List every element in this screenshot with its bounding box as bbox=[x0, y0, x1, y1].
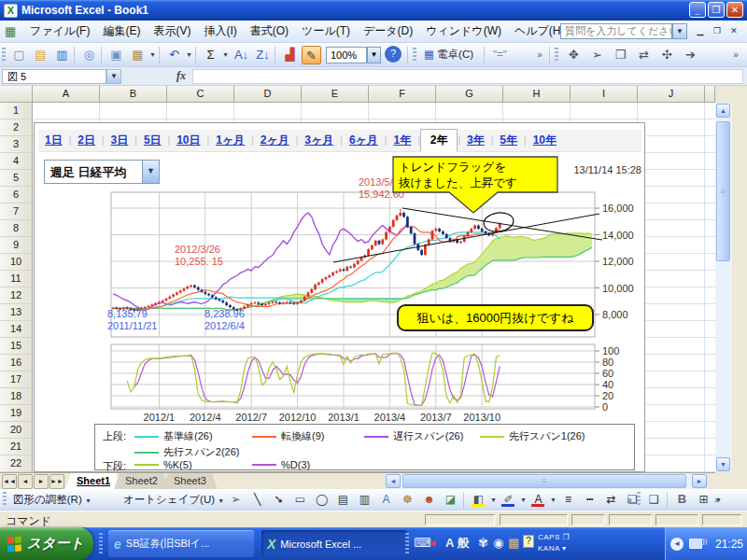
cycle-diagram-icon[interactable]: ⇄ bbox=[634, 46, 654, 64]
wordart-icon[interactable]: A bbox=[376, 491, 396, 509]
vertical-scrollbar[interactable]: ▲ ≡ ▼ bbox=[715, 103, 732, 472]
period-tab-3ヶ月[interactable]: 3ヶ月 bbox=[298, 131, 340, 150]
start-button[interactable]: スタート bbox=[0, 527, 93, 560]
chart-wizard-button[interactable]: ▟ bbox=[280, 46, 300, 64]
scroll-down-icon[interactable]: ▼ bbox=[716, 457, 730, 471]
toolbar-grip[interactable] bbox=[555, 48, 558, 63]
open-button[interactable]: ▤ bbox=[31, 46, 50, 64]
row-header-1[interactable]: 1 bbox=[0, 103, 33, 119]
restore-button[interactable]: ❐ bbox=[708, 2, 725, 18]
prev-sheet-button[interactable]: ◄ bbox=[18, 474, 33, 489]
vertical-text-box-icon[interactable]: ▥ bbox=[355, 491, 374, 509]
dash-style-icon[interactable]: ┅ bbox=[580, 491, 599, 509]
symbol-dropdown[interactable]: 週足 日経平均 ▼ bbox=[44, 160, 160, 184]
paste-button[interactable]: ▦ bbox=[128, 46, 148, 64]
menu-ツール(T)[interactable]: ツール(T) bbox=[295, 21, 357, 42]
question-dropdown-icon[interactable]: ▼ bbox=[672, 23, 687, 39]
row-header-6[interactable]: 6 bbox=[0, 187, 33, 203]
row-header-2[interactable]: 2 bbox=[0, 119, 33, 136]
callout-shape-icon[interactable]: ➔ bbox=[681, 46, 700, 64]
save-button[interactable]: ▥ bbox=[52, 46, 72, 64]
clipart-icon[interactable]: ☻ bbox=[419, 491, 439, 509]
period-tab-2年[interactable]: 2年 bbox=[420, 129, 458, 152]
column-header-E[interactable]: E bbox=[302, 86, 369, 103]
period-tab-5年[interactable]: 5年 bbox=[493, 131, 524, 150]
ime-mode-indicator[interactable]: A 般 bbox=[445, 535, 470, 552]
fill-color-icon-dropdown-icon[interactable]: ▼ bbox=[490, 497, 497, 503]
row-header-3[interactable]: 3 bbox=[0, 136, 33, 153]
column-header-C[interactable]: C bbox=[167, 86, 234, 103]
period-tab-3年[interactable]: 3年 bbox=[460, 131, 491, 150]
period-tab-1日[interactable]: 1日 bbox=[38, 131, 69, 150]
connector-icon[interactable]: ➢ bbox=[587, 46, 607, 64]
language-bar-grip[interactable] bbox=[405, 533, 409, 554]
toolbar-grip[interactable] bbox=[413, 48, 416, 63]
period-tab-2ヶ月[interactable]: 2ヶ月 bbox=[254, 131, 296, 150]
toolbar-grip[interactable] bbox=[3, 492, 7, 507]
diagram-node-icon[interactable]: ✥ bbox=[564, 46, 584, 64]
name-box[interactable]: 図 5 bbox=[2, 69, 106, 84]
sheet-tab-Sheet3[interactable]: Sheet3 bbox=[162, 473, 218, 489]
toolbar-overflow-icon[interactable]: » bbox=[534, 46, 545, 64]
column-header-F[interactable]: F bbox=[369, 86, 436, 103]
arrow-icon[interactable]: ➘ bbox=[269, 491, 289, 509]
toolbar-grip[interactable] bbox=[2, 48, 6, 63]
threed-style-icon[interactable]: ❑ bbox=[644, 491, 664, 509]
borders-button[interactable]: ⊞ bbox=[694, 491, 713, 509]
row-header-11[interactable]: 11 bbox=[0, 271, 33, 287]
print-preview-button[interactable]: ◎ bbox=[79, 46, 99, 64]
line-color-icon-dropdown-icon[interactable]: ▼ bbox=[520, 497, 527, 503]
row-header-15[interactable]: 15 bbox=[0, 338, 33, 355]
autoshapes-button[interactable]: オートシェイプ(U) ▼ bbox=[120, 491, 228, 510]
rectangle-icon[interactable]: ▭ bbox=[290, 491, 310, 509]
row-header-10[interactable]: 10 bbox=[0, 254, 33, 271]
undo-button[interactable]: ↶ bbox=[164, 46, 184, 64]
select-all-corner[interactable] bbox=[0, 86, 33, 103]
autosum-button-dropdown-icon[interactable]: ▼ bbox=[222, 51, 229, 58]
sort-ascending-button[interactable]: A↓ bbox=[232, 46, 251, 64]
toolbar-overflow-icon[interactable]: » bbox=[624, 491, 635, 510]
undo-button-dropdown-icon[interactable]: ▼ bbox=[186, 51, 192, 58]
close-button[interactable]: ✕ bbox=[726, 2, 743, 18]
row-header-21[interactable]: 21 bbox=[0, 439, 33, 455]
sheet-tab-Sheet1[interactable]: Sheet1 bbox=[65, 473, 121, 489]
next-sheet-button[interactable]: ► bbox=[34, 474, 49, 489]
org-chart-icon[interactable]: ❒ bbox=[611, 46, 630, 64]
column-header-G[interactable]: G bbox=[436, 86, 503, 103]
period-tab-2日[interactable]: 2日 bbox=[71, 131, 102, 150]
minimize-button[interactable]: _ bbox=[689, 2, 706, 18]
row-header-22[interactable]: 22 bbox=[0, 455, 33, 472]
new-button[interactable]: ▢ bbox=[9, 46, 29, 64]
bold-button[interactable]: B bbox=[672, 491, 692, 509]
line-icon[interactable]: ╲ bbox=[247, 491, 267, 509]
column-header-B[interactable]: B bbox=[100, 86, 167, 103]
period-tab-1ヶ月[interactable]: 1ヶ月 bbox=[209, 131, 251, 150]
workbook-restore-button[interactable]: ❐ bbox=[710, 25, 725, 38]
dictionary-icon[interactable]: ◉ bbox=[493, 536, 503, 550]
menu-ウィンドウ(W)[interactable]: ウィンドウ(W) bbox=[419, 21, 508, 42]
menu-ファイル(F)[interactable]: ファイル(F) bbox=[23, 21, 96, 42]
arrow-style-icon[interactable]: ⇄ bbox=[601, 491, 621, 509]
workbook-minimize-button[interactable]: ▁ bbox=[693, 25, 708, 38]
name-box-dropdown-icon[interactable]: ▼ bbox=[106, 69, 121, 84]
menu-書式(O)[interactable]: 書式(O) bbox=[244, 21, 295, 42]
scroll-left-icon[interactable]: ◄ bbox=[386, 474, 401, 488]
row-header-7[interactable]: 7 bbox=[0, 203, 33, 220]
copy-button[interactable]: ▣ bbox=[106, 46, 126, 64]
oval-icon[interactable]: ◯ bbox=[312, 491, 331, 509]
row-header-4[interactable]: 4 bbox=[0, 153, 33, 170]
paste-button-dropdown-icon[interactable]: ▼ bbox=[149, 51, 156, 58]
question-input[interactable]: 質問を入力してください bbox=[560, 23, 672, 39]
task-button-Microsoft Excel ...[interactable]: XMicrosoft Excel ... bbox=[261, 530, 407, 557]
picture-icon[interactable]: ◪ bbox=[441, 491, 460, 509]
menu-編集(E)[interactable]: 編集(E) bbox=[96, 21, 147, 42]
insert-function-button[interactable]: fx bbox=[172, 69, 190, 84]
flow-diagram-icon[interactable]: ✣ bbox=[657, 46, 677, 64]
row-header-5[interactable]: 5 bbox=[0, 170, 33, 187]
column-header-J[interactable]: J bbox=[638, 86, 705, 103]
zoom-level-value[interactable]: 100% bbox=[326, 47, 367, 63]
row-header-19[interactable]: 19 bbox=[0, 405, 33, 422]
chevron-down-icon[interactable]: ▼ bbox=[142, 161, 159, 183]
keyboard-icon[interactable]: ⌨ bbox=[414, 536, 431, 550]
period-tab-5日[interactable]: 5日 bbox=[137, 131, 168, 150]
